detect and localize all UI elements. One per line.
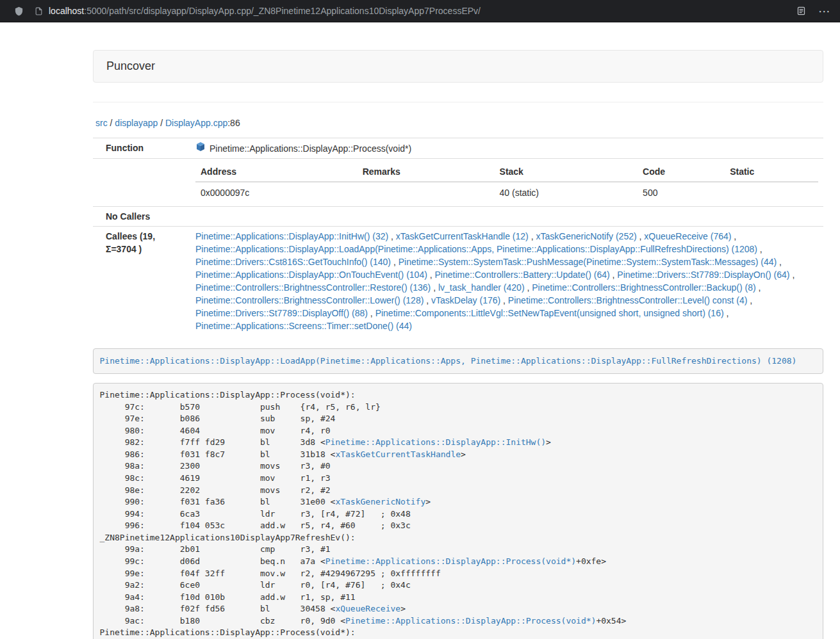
col-header-address: Address — [195, 162, 358, 182]
symbol-link[interactable]: xQueueReceive — [335, 604, 400, 613]
browser-menu-icon[interactable]: ⋯ — [818, 5, 831, 17]
breadcrumb-link[interactable]: displayapp — [115, 118, 158, 128]
table-row: No Callers — [93, 207, 823, 227]
breadcrumb-link[interactable]: src — [95, 118, 108, 128]
callees-cell: Pinetime::Applications::DisplayApp::Init… — [190, 227, 823, 336]
page-content: Puncover src / displayapp / DisplayApp.c… — [93, 22, 823, 639]
url-path: :5000/path/src/displayapp/DisplayApp.cpp… — [84, 6, 481, 16]
code-value: 500 — [638, 182, 725, 203]
callee-link[interactable]: Pinetime::Applications::Screens::Timer::… — [195, 321, 412, 331]
callee-link[interactable]: Pinetime::Controllers::BrightnessControl… — [508, 295, 747, 305]
url-host: localhost — [49, 6, 84, 16]
callee-link[interactable]: Pinetime::Components::LittleVgl::SetNewT… — [375, 308, 724, 318]
callee-link[interactable]: Pinetime::Drivers::Cst816S::GetTouchInfo… — [195, 257, 391, 267]
symbol-link[interactable]: Pinetime::Applications::DisplayApp::Init… — [325, 437, 546, 447]
remarks-value — [358, 182, 495, 203]
static-value — [725, 182, 818, 203]
breadcrumb-link[interactable]: DisplayApp.cpp — [165, 118, 227, 128]
col-header-code: Code — [638, 162, 725, 182]
symbol-link[interactable]: xTaskGenericNotify — [335, 497, 425, 506]
table-row: Address Remarks Stack Code Static 0x0000… — [93, 159, 823, 207]
callee-link[interactable]: xTaskGenericNotify (252) — [536, 231, 636, 241]
callee-link[interactable]: Pinetime::Controllers::Battery::Update()… — [435, 270, 610, 280]
col-header-remarks: Remarks — [358, 162, 495, 182]
callee-link[interactable]: Pinetime::Applications::DisplayApp::Init… — [195, 231, 388, 241]
brand-link[interactable]: Puncover — [106, 60, 155, 73]
callee-link[interactable]: Pinetime::System::SystemTask::PushMessag… — [399, 257, 777, 267]
callee-link[interactable]: xQueueReceive (764) — [644, 231, 731, 241]
callee-link[interactable]: vTaskDelay (176) — [431, 295, 500, 305]
symbol-link[interactable]: xTaskGetCurrentTaskHandle — [335, 449, 461, 459]
function-name: Pinetime::Applications::DisplayApp::Proc… — [210, 142, 411, 155]
breadcrumb: src / displayapp / DisplayApp.cpp:86 — [95, 117, 823, 129]
callee-link[interactable]: Pinetime::Controllers::BrightnessControl… — [195, 282, 431, 293]
function-row-label: Function — [93, 138, 190, 159]
stack-value: 40 (static) — [495, 182, 638, 203]
url-bar[interactable]: localhost:5000/path/src/displayapp/Displ… — [35, 6, 784, 16]
navbar: Puncover — [93, 50, 823, 83]
callee-link[interactable]: Pinetime::Drivers::St7789::DisplayOff() … — [195, 308, 368, 318]
divider — [93, 102, 823, 102]
page-icon — [35, 6, 43, 16]
reader-view-icon[interactable] — [796, 6, 806, 16]
callee-link[interactable]: Pinetime::Applications::DisplayApp::OnTo… — [195, 270, 427, 280]
callee-link[interactable]: Pinetime::Controllers::BrightnessControl… — [195, 295, 424, 305]
symbol-link[interactable]: Pinetime::Applications::DisplayApp::Proc… — [345, 616, 596, 626]
callee-link[interactable]: Pinetime::Applications::DisplayApp::Load… — [195, 244, 757, 254]
loadapp-symbol-link[interactable]: Pinetime::Applications::DisplayApp::Load… — [100, 356, 797, 366]
symbol-link[interactable]: Pinetime::Applications::DisplayApp::Proc… — [325, 556, 576, 566]
callee-link[interactable]: Pinetime::Drivers::St7789::DisplayOn() (… — [617, 270, 789, 280]
col-header-static: Static — [725, 162, 818, 182]
table-row: Function Pinetime::Applications::Display… — [93, 138, 823, 159]
callee-link[interactable]: lv_task_handler (420) — [438, 282, 525, 293]
metrics-table: Address Remarks Stack Code Static 0x0000… — [195, 162, 818, 203]
shield-icon[interactable] — [14, 6, 24, 17]
callees-label: Callees (19, Σ=3704 ) — [93, 227, 190, 336]
highlighted-symbol-block: Pinetime::Applications::DisplayApp::Load… — [93, 348, 823, 374]
table-row: Callees (19, Σ=3704 ) Pinetime::Applicat… — [93, 227, 823, 336]
address-value: 0x0000097c — [195, 182, 358, 203]
table-row: 0x0000097c 40 (static) 500 — [195, 182, 818, 203]
browser-chrome: localhost:5000/path/src/displayapp/Displ… — [0, 0, 840, 22]
callee-link[interactable]: Pinetime::Controllers::BrightnessControl… — [532, 282, 755, 293]
col-header-stack: Stack — [495, 162, 638, 182]
no-callers-label: No Callers — [93, 207, 190, 227]
symbol-table: Function Pinetime::Applications::Display… — [93, 138, 823, 336]
callee-link[interactable]: xTaskGetCurrentTaskHandle (12) — [396, 231, 529, 241]
function-icon — [195, 142, 206, 155]
disassembly: Pinetime::Applications::DisplayApp::Proc… — [93, 383, 823, 639]
